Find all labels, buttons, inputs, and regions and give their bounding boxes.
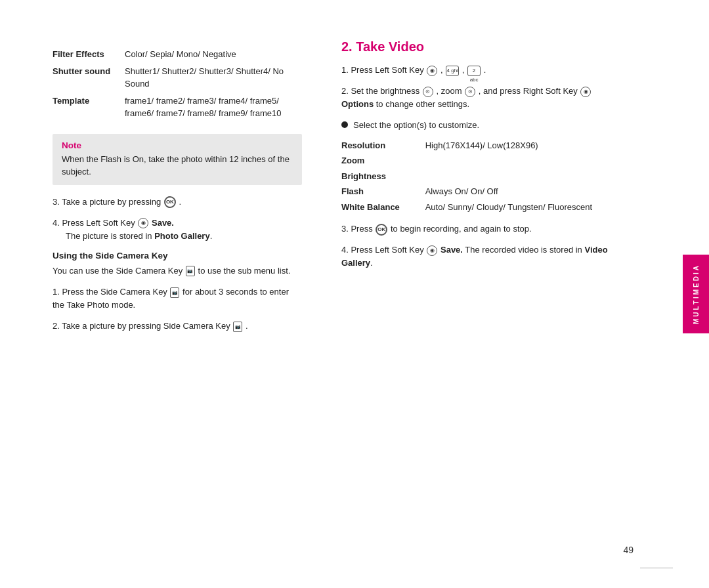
white-balance-label: White Balance [341,200,425,215]
template-value: frame1/ frame2/ frame3/ frame4/ frame5/ … [125,93,302,122]
left-soft-key-icon: ◉ [138,218,148,228]
table-row: Brightness [341,169,624,184]
right-def-table: Resolution High(176X144)/ Low(128X96) Zo… [341,138,624,215]
table-row: Resolution High(176X144)/ Low(128X96) [341,138,624,154]
note-title: Note [62,140,293,150]
step4-sub-prefix: The picture is stored in [66,231,152,241]
table-row: Template frame1/ frame2/ frame3/ frame4/… [53,93,302,122]
side-step2: 2. Take a picture by pressing Side Camer… [53,320,302,333]
step4-bold: Save. [152,218,174,228]
side-step1: 1. Press the Side Camera Key 📷 for about… [53,285,302,312]
template-label: Template [53,93,125,122]
period1: . [484,65,486,75]
right-step4-prefix: 4. Press Left Soft Key [341,245,424,255]
table-row: White Balance Auto/ Sunny/ Cloudy/ Tungs… [341,200,624,215]
right-step3-prefix: 3. Press [341,224,373,234]
page-number: 49 [623,545,634,555]
bullet-item: Select the option(s) to customize. [341,119,624,132]
note-text: When the Flash is On, take the photo wit… [62,153,293,178]
table-row: Zoom [341,153,624,169]
ok-icon: OK [164,196,176,208]
step4-sub-suffix: . [210,231,213,241]
shutter-sound-value: Shutter1/ Shutter2/ Shutter3/ Shutter4/ … [125,63,302,93]
note-box: Note When the Flash is On, take the phot… [53,134,302,185]
table-row: Filter Effects Color/ Sepia/ Mono/ Negat… [53,46,302,63]
comma1: , [440,65,445,75]
side-camera-text: You can use the Side Camera Key [53,266,183,276]
right-step2-mid1: , zoom [437,86,462,96]
right-step4: 4. Press Left Soft Key ◉ Save. The recor… [341,243,624,270]
step3-period: . [179,197,182,207]
side-step2-text: 2. Take a picture by pressing Side Camer… [53,321,230,331]
right-step4-bold: Save. [440,245,463,255]
filter-effects-label: Filter Effects [53,46,125,63]
options-label: Options [341,99,374,109]
resolution-value: High(176X144)/ Low(128X96) [425,138,624,154]
side-camera-key-icon3: 📷 [233,322,242,332]
table-row: Shutter sound Shutter1/ Shutter2/ Shutte… [53,63,302,93]
divider-line [640,568,673,568]
table-row: Flash Always On/ On/ Off [341,184,624,200]
zoom-value [425,153,624,169]
right-soft-key-icon: ◉ [580,87,591,97]
step4: 4. Press Left Soft Key ◉ Save. The pictu… [53,217,302,243]
zoom-label: Zoom [341,153,425,169]
resolution-label: Resolution [341,138,425,154]
comma2: , [462,65,467,75]
step4-sub: The picture is stored in Photo Gallery. [66,230,302,243]
brightness-value [425,169,624,184]
sidebar-tab-bar: MULTIMEDIA [683,255,709,333]
key4-icon: 4 ghi [446,66,459,76]
brightness-label: Brightness [341,169,425,184]
left-column: Filter Effects Color/ Sepia/ Mono/ Negat… [0,26,322,562]
bullet-text: Select the option(s) to customize. [353,119,479,132]
flash-label: Flash [341,184,425,200]
ok-icon-r: OK [376,224,387,236]
right-step4-suffix: The recorded video is stored in [465,245,582,255]
side-camera-text2: to use the sub menu list. [198,266,291,276]
sidebar-tab-label: MULTIMEDIA [693,264,700,324]
brightness-icon: ⊙ [423,87,433,97]
right-step1: 1. Press Left Soft Key ◉ , 4 ghi , 2 abc… [341,64,624,77]
right-step1-prefix: 1. Press Left Soft Key [341,65,424,75]
side-camera-desc: You can use the Side Camera Key 📷 to use… [53,264,302,278]
step3-text: 3. Take a picture by pressing [53,197,161,207]
right-step2-suffix: to change other settings. [376,99,469,109]
take-video-heading: 2. Take Video [341,39,624,54]
right-step2-prefix: 2. Set the brightness [341,86,419,96]
left-soft-key-icon-r: ◉ [427,66,437,76]
left-def-table: Filter Effects Color/ Sepia/ Mono/ Negat… [53,46,302,122]
step4-sub-bold: Photo Gallery [154,231,210,241]
sidebar-tab: MULTIMEDIA [683,0,709,588]
right-step3: 3. Press OK to begin recording, and agai… [341,222,624,236]
bullet-dot [341,121,348,128]
right-step4-suffix2: . [370,258,373,268]
right-step2-mid2: , and press Right Soft Key [479,86,578,96]
step3: 3. Take a picture by pressing OK . [53,196,302,209]
side-camera-key-icon: 📷 [186,266,195,276]
side-step2-period: . [246,321,248,331]
white-balance-value: Auto/ Sunny/ Cloudy/ Tungsten/ Fluoresce… [425,200,624,215]
right-step2: 2. Set the brightness ⊙ , zoom ⊙ , and p… [341,85,624,111]
side-step1-text: 1. Press the Side Camera Key [53,287,167,297]
step4-prefix: 4. Press Left Soft Key [53,218,135,228]
bottom-area: 49 [640,568,673,575]
left-soft-key-icon-r4: ◉ [427,245,437,256]
flash-value: Always On/ On/ Off [425,184,624,200]
right-column: 2. Take Video 1. Press Left Soft Key ◉ ,… [322,26,643,562]
side-camera-heading: Using the Side Camera Key [53,251,302,261]
shutter-sound-label: Shutter sound [53,63,125,93]
zoom-icon: ⊙ [465,87,475,97]
side-camera-key-icon2: 📷 [170,287,179,298]
right-step3-suffix: to begin recording, and again to stop. [391,224,532,234]
filter-effects-value: Color/ Sepia/ Mono/ Negative [125,46,302,63]
key2-icon: 2 abc [467,66,481,76]
